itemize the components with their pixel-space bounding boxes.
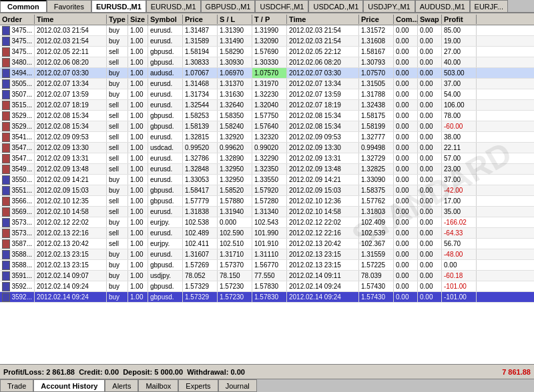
table-row[interactable]: 3573... 2012.02.12 22:02 buy 1.00 eurjpy… — [0, 217, 534, 228]
td-time1: 2012.02.07 03:30 — [35, 68, 107, 78]
td-profit: 17.00 — [442, 196, 477, 206]
td-order: 3591... — [0, 271, 35, 281]
td-swap: 0.00 — [418, 196, 442, 206]
tab-favorites[interactable]: Favorites — [47, 0, 91, 12]
order-icon — [2, 186, 10, 195]
table-row[interactable]: 3551... 2012.02.09 15:03 buy 1.00 gbpusd… — [0, 185, 534, 196]
table-body[interactable]: 3475... 2012.02.03 21:54 buy 1.00 eurusd… — [0, 25, 534, 364]
td-time2: 2012.02.13 23:15 — [287, 249, 359, 259]
td-tp: 1.07570 — [252, 68, 287, 78]
td-commission: 0.00 — [394, 57, 418, 67]
th-swap: Swap — [418, 15, 442, 24]
td-symbol: eurusd. — [148, 175, 183, 185]
td-commission: 0.00 — [394, 292, 418, 302]
td-price1: 1.33053 — [183, 175, 218, 185]
td-time2: 2012.02.13 20:42 — [287, 239, 359, 249]
td-type: sell — [107, 132, 128, 142]
table-row[interactable]: 3475... 2012.02.03 21:54 buy 1.00 eurusd… — [0, 36, 534, 47]
td-time2: 2012.02.13 23:15 — [287, 260, 359, 270]
td-profit: 106.00 — [442, 100, 477, 110]
table-row[interactable]: 3505... 2012.02.07 13:34 buy 1.00 eurusd… — [0, 79, 534, 89]
td-type: sell — [107, 121, 128, 131]
tab-alerts[interactable]: Alerts — [105, 379, 138, 392]
td-commission: 0.00 — [394, 143, 418, 153]
td-price2: 1.31559 — [359, 249, 394, 259]
th-time1: Time — [35, 15, 107, 24]
table-row[interactable]: 3592... 2012.02.14 09:24 buy 1.00 gbpusd… — [0, 292, 534, 303]
table-row[interactable]: 3475... 2012.02.03 21:54 buy 1.00 eurusd… — [0, 25, 534, 36]
symbol-tab-usdjpy-m1[interactable]: USDJPY.,M1 — [363, 0, 415, 12]
td-sl: 1.31490 — [218, 36, 252, 46]
tab-account-history[interactable]: Account History — [33, 379, 105, 392]
table-row[interactable]: 3549... 2012.02.09 13:48 sell 1.00 eurus… — [0, 164, 534, 175]
td-time2: 2012.02.03 21:54 — [287, 36, 359, 46]
symbol-tab-eurjf[interactable]: EURJF... — [470, 0, 508, 12]
td-time1: 2012.02.10 12:35 — [35, 196, 107, 206]
td-sl: 1.06970 — [218, 68, 252, 78]
th-price2: Price — [359, 15, 394, 24]
table-row[interactable]: 3573... 2012.02.13 22:16 sell 1.00 eurus… — [0, 228, 534, 239]
td-price2: 1.58199 — [359, 121, 394, 131]
table-row[interactable]: 3507... 2012.02.07 13:59 buy 1.00 eurusd… — [0, 89, 534, 100]
table-row[interactable]: 3591... 2012.02.14 09:07 buy 1.00 usdjpy… — [0, 271, 534, 281]
td-symbol: gbpusd. — [148, 185, 183, 195]
symbol-tabs-container: EURUSD.,M1 EURUSD.,M1 GBPUSD.,M1 USDCHF.… — [91, 0, 508, 12]
symbol-tab-usdchf-m1[interactable]: USDCHF.,M1 — [255, 0, 308, 12]
tab-experts[interactable]: Experts — [178, 379, 218, 392]
tab-common[interactable]: Common — [0, 0, 47, 12]
td-tp: 1.57830 — [252, 281, 287, 291]
td-time1: 2012.02.03 21:54 — [35, 25, 107, 35]
td-tp: 77.550 — [252, 271, 287, 281]
symbol-tab-eurusd-m1-1[interactable]: EURUSD.,M1 — [91, 0, 146, 12]
table-row[interactable]: 3515... 2012.02.07 18:19 sell 1.00 eurus… — [0, 100, 534, 111]
symbol-tab-eurusd-m1-2[interactable]: EURUSD.,M1 — [146, 0, 201, 12]
td-size: 1.00 — [128, 47, 148, 57]
table-row[interactable]: 3480... 2012.02.06 08:20 sell 1.00 gbpus… — [0, 57, 534, 68]
order-icon — [2, 133, 10, 142]
tab-mailbox[interactable]: Mailbox — [138, 379, 178, 392]
td-symbol: eurusd. — [148, 79, 183, 89]
table-row[interactable]: 3550... 2012.02.09 14:21 buy 1.00 eurusd… — [0, 175, 534, 185]
td-swap: 0.00 — [418, 292, 442, 302]
tab-journal[interactable]: Journal — [218, 379, 257, 392]
td-profit: 27.00 — [442, 47, 477, 57]
table-row[interactable]: 3529... 2012.02.08 15:34 sell 1.00 gbpus… — [0, 111, 534, 121]
td-time2: 2012.02.09 14:21 — [287, 175, 359, 185]
td-type: sell — [107, 47, 128, 57]
table-row[interactable]: 3588... 2012.02.13 23:15 buy 1.00 eurusd… — [0, 249, 534, 260]
table-row[interactable]: 3588... 2012.02.13 23:15 buy 1.00 gbpusd… — [0, 260, 534, 271]
td-type: buy — [107, 292, 128, 302]
td-price1: 1.57329 — [183, 292, 218, 302]
table-row[interactable]: 3566... 2012.02.10 12:35 sell 1.00 gbpus… — [0, 196, 534, 207]
table-row[interactable]: 3547... 2012.02.09 13:31 sell 1.00 eurus… — [0, 153, 534, 164]
table-row[interactable]: 3547... 2012.02.09 13:30 sell 1.00 usdca… — [0, 143, 534, 153]
table-row[interactable]: 3592... 2012.02.14 09:24 buy 1.00 gbpusd… — [0, 281, 534, 292]
symbol-tab-audusd-m1[interactable]: AUDUSD.,M1 — [415, 0, 470, 12]
td-time1: 2012.02.12 22:02 — [35, 217, 107, 227]
order-icon — [2, 197, 10, 206]
td-order: 3547... — [0, 143, 35, 153]
tab-trade[interactable]: Trade — [0, 379, 33, 392]
td-order: 3573... — [0, 217, 35, 227]
td-price2: 1.33090 — [359, 175, 394, 185]
td-time2: 2012.02.12 22:02 — [287, 217, 359, 227]
table-row[interactable]: 3541... 2012.02.09 09:53 sell 1.00 eurus… — [0, 132, 534, 143]
td-time2: 2012.02.07 13:59 — [287, 89, 359, 99]
table-row[interactable]: 3569... 2012.02.10 14:58 sell 1.00 eurus… — [0, 207, 534, 217]
td-commission: 0.00 — [394, 207, 418, 217]
symbol-tab-usdcad-m1[interactable]: USDCAD.,M1 — [308, 0, 363, 12]
td-type: buy — [107, 185, 128, 195]
td-price1: 78.052 — [183, 271, 218, 281]
symbol-tab-gbpusd-m1[interactable]: GBPUSD.,M1 — [201, 0, 256, 12]
td-order: 3588... — [0, 249, 35, 259]
table-row[interactable]: 3529... 2012.02.08 15:34 sell 1.00 gbpus… — [0, 121, 534, 132]
table-row[interactable]: 3494... 2012.02.07 03:30 buy 1.00 audusd… — [0, 68, 534, 79]
td-sl: 1.32950 — [218, 175, 252, 185]
td-symbol: usdcad. — [148, 143, 183, 153]
table-header: Order Time Type Size Symbol Price S / L … — [0, 13, 534, 25]
td-time1: 2012.02.13 23:15 — [35, 249, 107, 259]
td-price1: 102.489 — [183, 228, 218, 238]
table-row[interactable]: 3475... 2012.02.05 22:11 sell 1.00 gbpus… — [0, 47, 534, 57]
td-size: 1.00 — [128, 217, 148, 227]
table-row[interactable]: 3587... 2012.02.13 20:42 sell 1.00 eurjp… — [0, 239, 534, 249]
